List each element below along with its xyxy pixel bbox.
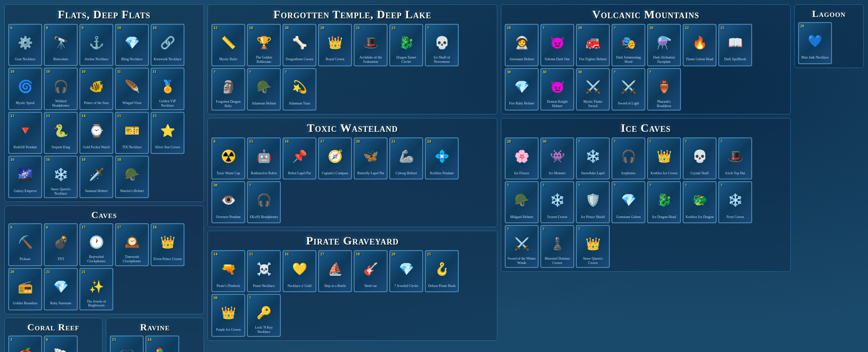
item-ice-dragon-head[interactable]: ? 🐉 Ice Dragon Head: [647, 181, 681, 223]
item-ekoss-headphones[interactable]: ? 🎧 EKoSS Headphones: [247, 181, 281, 223]
ravine-title: Ravine: [110, 322, 200, 333]
item-anchor-necklace[interactable]: 9 ⚓ Anchor Necklace: [79, 24, 113, 66]
item-pickaxe[interactable]: 6 ⛏️ Pickaxe: [8, 223, 42, 266]
flats-section: Flats, Deep Flats 6 ⚙️ Gear Necklace 8 🔭…: [4, 4, 204, 202]
item-archduke-federation[interactable]: 21 🎩 Archduke of the Federation: [354, 24, 388, 66]
item-ship-in-bottle[interactable]: 17 ⛵ Ship in a Bottle: [318, 250, 352, 292]
item-midgard-helmet[interactable]: ? 🪖 Midgard Helmet: [505, 181, 539, 223]
item-necklace-o-gold[interactable]: 16 💛 Necklace o' Gold: [283, 250, 316, 292]
item-warriors-helmet[interactable]: 18 🪖 Warrior's Helmet: [115, 156, 149, 198]
item-pirate-necklace[interactable]: 15 ☠️ Pirate Necklace: [247, 250, 281, 292]
item-snow-queens-crown[interactable]: ? 👑 Snow Queen's Crown: [576, 225, 610, 267]
item-radioactive-robot[interactable]: 15 🤖 Radioactive Robot: [247, 137, 281, 179]
item-pharaohs-headdress[interactable]: ? 🏺 Pharaoh's Headdress: [647, 68, 681, 111]
item-flame-golem-head[interactable]: 22 🔥 Flame Golem Head: [683, 24, 717, 66]
item-dragonbone-crown[interactable]: 20 🦴 Dragonbone Crown: [283, 24, 316, 66]
item-mystic-spiral[interactable]: 10 🌀 Mystic Spiral: [8, 68, 42, 110]
item-deluxe-pirate-hook[interactable]: 25 🪝 Deluxe Pirate Hook: [425, 250, 459, 292]
item-dark-spellbook[interactable]: 25 📖 Dark Spellbook: [718, 24, 752, 66]
item-golden-robloxian[interactable]: 18 🏆 The Golden Robloxian: [247, 24, 281, 66]
item-blue-jade-necklace[interactable]: 20 💙 Blue Jade Necklace: [798, 22, 832, 64]
item-prince-of-seas[interactable]: 10 🐠 Prince of the Seas: [79, 68, 113, 110]
item-frozen-crown[interactable]: ? ❄️ Frozen Crown: [540, 181, 574, 223]
ice-caves-grid: 28 🌸 Ice Flower 30 👾 Ice Monster ? ❄️ Sn…: [505, 137, 787, 267]
item-bluesteel-domino-crown[interactable]: ? ♟️ Bluesteel Domino Crown: [540, 225, 574, 267]
item-silver-star-crown[interactable]: 15 ⭐ Silver Star Crown: [151, 112, 184, 154]
item-gold-pocket-watch[interactable]: 14 ⌚ Gold Pocket Watch: [79, 112, 113, 154]
item-robot-lapel-pin[interactable]: 16 📌 Robot Lapel Pin: [283, 137, 316, 179]
item-7-jeweled-circlet[interactable]: 20 💎 7 Jeweled Circlet: [389, 250, 423, 292]
ravine-section: Ravine 13 🥽 Inventor's Goggles 14 🦜 Cloc…: [106, 318, 204, 352]
item-lock-n-key-necklace[interactable]: ? 🔑 Lock 'N Key Necklace: [247, 294, 281, 336]
item-solemn-dark-one[interactable]: ? 😈 Solemn Dark One: [540, 24, 574, 66]
item-sword-of-light[interactable]: ? ⚔️ Sword of Light: [612, 68, 645, 111]
item-elven-prince-crown[interactable]: 18 👑 Elven Prince Crown: [151, 223, 184, 266]
item-sword-winter-winds[interactable]: ? ⚔️ Sword of the Winter Winds: [505, 225, 539, 267]
item-golden-boombox[interactable]: 20 📻 Golden Boombox: [8, 268, 42, 310]
item-dark-alchemist-faceplate[interactable]: 20 ⚗️ Dark Alchemist Faceplate: [647, 24, 681, 66]
item-korblox-ice-dragon[interactable]: ? 🐲 Korblox Ice Dragon: [683, 181, 717, 223]
item-fire-fighter-helmet[interactable]: 20 🚒 Fire Fighter Helmet: [576, 24, 610, 66]
item-caramel-apple[interactable]: 1 🍎 Caramel Apple: [8, 336, 42, 352]
item-snowflake-lapel[interactable]: ? ❄️ Snowflake Lapel: [576, 137, 610, 179]
item-webbed-headphones[interactable]: 10 🎧 Webbed Headphones: [44, 68, 78, 110]
item-bling-necklace[interactable]: 10 💎 Bling Necklace: [115, 24, 149, 66]
item-korblox-pendant[interactable]: 24 💠 Korblox Pendant: [425, 137, 459, 179]
item-galaxy-emperor[interactable]: 16 🌌 Galaxy Emperor: [8, 156, 42, 198]
item-timework-clockphones[interactable]: 17 🕰️ Timework Clockphones: [115, 223, 149, 266]
item-dark-summoning-hood[interactable]: ? 🎭 Dark Summoning Hood: [612, 24, 645, 66]
item-butterfly-lapel-pin[interactable]: 20 🦋 Butterfly Lapel Pin: [354, 137, 388, 179]
item-overseer-pendant[interactable]: 30 👁️ Overseer Pendant: [211, 181, 245, 223]
item-ice-prince-shield[interactable]: ? 🛡️ Ice Prince Shield: [576, 181, 610, 223]
item-skele-tar[interactable]: 18 🎸 Skele-tar: [354, 250, 388, 292]
item-ice-skull-nevermoor[interactable]: ? 💀 Ice Skull of Nevermoor: [425, 24, 459, 66]
item-ice-monster[interactable]: 30 👾 Ice Monster: [540, 137, 574, 179]
toxic-wasteland-section: Toxic Wasteland 6 ☢️ Toxic Waste Cap 15 …: [207, 118, 497, 227]
item-samurai-helmet[interactable]: 18 🗡️ Samurai Helmet: [79, 156, 113, 198]
item-binoculars[interactable]: 8 🔭 Binoculars: [44, 24, 78, 66]
item-redcliff-pendant[interactable]: 12 🔻 Redcliff Pendant: [8, 112, 42, 154]
item-dragon-tamer-circlet[interactable]: 23 🐉 Dragon Tamer Circlet: [389, 24, 423, 66]
item-pirates-flintlock[interactable]: 14 🔫 Pirate's Flintlock: [211, 250, 245, 292]
ice-caves-title: Ice Caves: [505, 122, 787, 135]
item-forgotten-dragon-relic[interactable]: ? 🗿 Forgotten Dragon Relic: [211, 68, 245, 111]
item-royal-crown[interactable]: 20 👑 Royal Crown: [318, 24, 352, 66]
item-icephones[interactable]: ? 🎧 Icephones: [612, 137, 645, 179]
item-atlantean-helmet[interactable]: ? 🪖 Atlantean Helmet: [247, 68, 281, 111]
bottom-left-sections: Coral Reef 1 🍎 Caramel Apple 6 🐚 Seashel…: [4, 318, 204, 352]
forgotten-temple-grid: 12 📏 Mystic Ruler 18 🏆 The Golden Roblox…: [211, 24, 493, 111]
item-frost-crown[interactable]: ? ❄️ Frost Crown: [718, 181, 752, 223]
item-jewels-brightwynn[interactable]: 21 ✨ The Jewels of Brightwynn: [79, 268, 113, 310]
item-mystic-flame-sword[interactable]: 30 ⚔️ Mystic Flame Sword: [576, 68, 610, 111]
item-gemstone-golem[interactable]: ? 💎 Gemstone Golem: [612, 181, 645, 223]
volcanic-mountains-section: Volcanic Mountains 18 🧑‍🚀 Astronaut Helm…: [501, 4, 791, 114]
item-golden-vip-necklace[interactable]: 11 🏅 Golden VIP Necklace: [151, 68, 184, 110]
item-tix-necklace[interactable]: 15 🎫 TIX Necklace: [115, 112, 149, 154]
item-tnt[interactable]: 6 💣 TNT: [44, 223, 78, 266]
item-serpent-king[interactable]: 13 🐍 Serpent King: [44, 112, 78, 154]
item-toxic-waste-cap[interactable]: 6 ☢️ Toxic Waste Cap: [211, 137, 245, 179]
item-clockwork-bird[interactable]: 14 🦜 Clockwork Bird: [145, 336, 179, 352]
item-icicle-top-hat[interactable]: ? 🎩 Icicle Top Hat: [718, 137, 752, 179]
item-inventors-goggles[interactable]: 13 🥽 Inventor's Goggles: [110, 336, 144, 352]
item-demon-knight-helmet[interactable]: 30 😈 Demon Knight Helmet: [540, 68, 574, 111]
item-crystal-skull[interactable]: ? 💀 Crystal Skull: [683, 137, 717, 179]
item-cyborg-helmet[interactable]: 21 🦾 Cyborg Helmet: [389, 137, 423, 179]
item-ruby-starstone[interactable]: 21 💎 Ruby Starstone: [44, 268, 78, 310]
item-captains-compass[interactable]: 17 🧭 Captain's Compass: [318, 137, 352, 179]
item-fire-ruby-helmet[interactable]: 30 💎 Fire Ruby Helmet: [505, 68, 539, 111]
item-korblox-ice-crown[interactable]: ? 👑 Korblox Ice Crown: [647, 137, 681, 179]
item-mystic-ruler[interactable]: 12 📏 Mystic Ruler: [211, 24, 245, 66]
item-ice-flower[interactable]: 28 🌸 Ice Flower: [505, 137, 539, 179]
item-seashell-crown[interactable]: 6 🐚 Seashell Crown: [44, 336, 78, 352]
fourth-column: Lagoon 20 💙 Blue Jade Necklace: [794, 4, 864, 352]
item-purple-ice-crown[interactable]: 30 👑 Purple Ice Crown: [211, 294, 245, 336]
item-bejeweled-clockphones[interactable]: 17 🕐 Bejeweled Clockphones: [79, 223, 113, 266]
item-winged-visor[interactable]: 11 🪶 Winged Visor: [115, 68, 149, 110]
item-snow-queens-necklace[interactable]: 16 ❄️ Snow Queen's Necklace: [44, 156, 78, 198]
item-atlantean-tiara[interactable]: ? 💫 Atlantean Tiara: [283, 68, 316, 111]
middle-column: Forgotten Temple, Deep Lake 12 📏 Mystic …: [207, 4, 497, 352]
item-knotwork-necklace[interactable]: 10 🔗 Knotwork Necklace: [151, 24, 184, 66]
item-gear-necklace[interactable]: 6 ⚙️ Gear Necklace: [8, 24, 42, 66]
item-astronaut-helmet[interactable]: 18 🧑‍🚀 Astronaut Helmet: [505, 24, 539, 66]
